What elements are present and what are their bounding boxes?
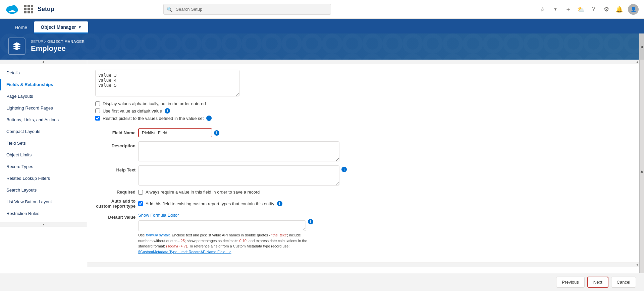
default-value-field: Show Formula Editor i Use formula syntax…: [138, 213, 313, 254]
previous-button[interactable]: Previous: [556, 277, 585, 283]
layers-icon: [12, 42, 21, 51]
apps-menu-icon[interactable]: [24, 5, 34, 13]
main-layout: ▲ Details Fields & Relationships Page La…: [0, 60, 644, 283]
tab-dropdown-arrow[interactable]: ▼: [78, 25, 82, 29]
bell-icon[interactable]: 🔔: [615, 5, 623, 13]
picklist-values-section: Value 3 Value 4 Value 5: [87, 64, 639, 98]
restrict-picklist-checkbox[interactable]: [95, 116, 100, 121]
sidebar-item-related-lookup-filters[interactable]: Related Lookup Filters: [0, 172, 87, 184]
help-text-textarea[interactable]: [138, 165, 339, 186]
sidebar-item-list-view-button-layout[interactable]: List View Button Layout: [0, 196, 87, 208]
picklist-checkboxes-section: Display values alphabetically, not in th…: [87, 98, 639, 124]
sidebar-scroll-down[interactable]: ▼: [0, 222, 87, 227]
sidebar-scroll-up[interactable]: ▲: [0, 60, 87, 64]
display-alphabetically-checkbox[interactable]: [95, 101, 100, 106]
formula-hint-text: Use formula syntax. Enclose text and pic…: [138, 232, 313, 254]
sidebar-item-page-layouts[interactable]: Page Layouts: [0, 90, 87, 102]
sidebar-item-restriction-rules[interactable]: Restriction Rules: [0, 208, 87, 219]
tab-object-manager[interactable]: Object Manager ▼: [34, 21, 88, 33]
user-avatar[interactable]: 👤: [628, 4, 639, 15]
tab-home[interactable]: Home: [8, 21, 34, 33]
salesforce-logo: ☁: [5, 3, 19, 16]
custom-metadata-link[interactable]: $CustomMetadata.Type__mdt.RecordAPIName.…: [138, 250, 231, 254]
auto-add-row: Auto add to custom report type Add this …: [95, 199, 631, 209]
tab-bar: Home Object Manager ▼: [0, 19, 644, 33]
show-formula-editor-link[interactable]: Show Formula Editor: [138, 213, 179, 218]
footer-bar: Previous Next Cancel: [0, 273, 644, 283]
field-name-field: i: [138, 128, 219, 137]
star-icon[interactable]: ☆: [539, 5, 547, 13]
default-value-info-icon[interactable]: i: [308, 219, 313, 224]
sidebar-item-record-types[interactable]: Record Types: [0, 161, 87, 172]
required-checkbox-row: Always require a value in this field in …: [138, 190, 260, 195]
field-name-input[interactable]: [138, 128, 212, 137]
sidebar-item-search-layouts[interactable]: Search Layouts: [0, 184, 87, 196]
auto-add-checkbox[interactable]: [138, 201, 143, 206]
restrict-picklist-row: Restrict picklist to the values defined …: [95, 116, 631, 121]
content-scroll-top[interactable]: ▲: [87, 60, 639, 64]
object-header: SETUP > OBJECT MANAGER Employee ◀: [0, 33, 644, 60]
help-text-info-icon[interactable]: i: [341, 167, 347, 172]
field-name-row: Field Name i: [95, 128, 631, 137]
required-label: Required: [95, 190, 136, 195]
search-input[interactable]: [163, 4, 331, 15]
svg-point-3: [13, 8, 18, 12]
required-row: Required Always require a value in this …: [95, 190, 631, 195]
add-icon[interactable]: ＋: [564, 5, 572, 13]
field-name-label: Field Name: [95, 130, 136, 135]
cloud-setup-icon[interactable]: ⛅: [577, 5, 585, 13]
next-button[interactable]: Next: [587, 277, 608, 283]
header-collapse-btn[interactable]: ◀: [639, 33, 644, 60]
search-container: 🔍: [163, 4, 331, 15]
auto-add-info-icon[interactable]: i: [277, 201, 282, 206]
sidebar-item-object-limits[interactable]: Object Limits: [0, 149, 87, 161]
display-alphabetically-label: Display values alphabetically, not in th…: [103, 101, 206, 106]
svg-text:☁: ☁: [11, 8, 14, 12]
object-icon: [8, 38, 25, 55]
auto-add-checkbox-row: Add this field to existing custom report…: [138, 201, 282, 206]
content-area: ▲ Value 3 Value 4 Value 5 Display values…: [87, 60, 639, 283]
use-first-value-label: Use first value as default value: [103, 108, 162, 114]
app-name-label: Setup: [38, 6, 54, 13]
form-fields-section: Field Name i Description Help Text i: [87, 124, 639, 263]
search-icon: 🔍: [167, 7, 172, 12]
use-first-value-checkbox[interactable]: [95, 108, 100, 113]
default-value-row: Default Value Show Formula Editor i Use …: [95, 213, 631, 254]
default-value-textarea-container: i: [138, 219, 313, 231]
gear-icon[interactable]: ⚙: [602, 5, 610, 13]
description-row: Description: [95, 141, 631, 161]
sidebar: ▲ Details Fields & Relationships Page La…: [0, 60, 87, 283]
auto-add-checkbox-label: Add this field to existing custom report…: [146, 201, 274, 206]
sidebar-item-details[interactable]: Details: [0, 67, 87, 79]
help-icon[interactable]: ?: [590, 5, 598, 13]
top-navigation: ☁ Setup 🔍 ☆ ▼ ＋ ⛅ ? ⚙ 🔔 👤: [0, 0, 644, 19]
restrict-picklist-info-icon[interactable]: i: [206, 116, 212, 121]
formula-syntax-link[interactable]: formula syntax.: [146, 233, 171, 237]
help-text-row: Help Text i: [95, 165, 631, 186]
picklist-values-textarea[interactable]: Value 3 Value 4 Value 5: [95, 70, 239, 96]
sidebar-item-lightning-record-pages[interactable]: Lightning Record Pages: [0, 102, 87, 114]
sidebar-item-fields-relationships[interactable]: Fields & Relationships: [0, 79, 87, 90]
sidebar-item-compact-layouts[interactable]: Compact Layouts: [0, 126, 87, 137]
use-first-value-info-icon[interactable]: i: [165, 108, 170, 114]
sidebar-item-field-sets[interactable]: Field Sets: [0, 137, 87, 149]
auto-add-label: Auto add to custom report type: [95, 199, 136, 209]
required-checkbox[interactable]: [138, 190, 143, 195]
breadcrumb-object-manager-link[interactable]: OBJECT MANAGER: [47, 40, 85, 44]
right-panel-collapse-btn[interactable]: ◀: [639, 60, 644, 283]
restrict-picklist-label: Restrict picklist to the values defined …: [103, 116, 204, 121]
breadcrumb: SETUP > OBJECT MANAGER: [31, 40, 85, 44]
default-value-textarea[interactable]: [138, 220, 306, 231]
description-label: Description: [95, 141, 136, 148]
description-textarea[interactable]: [138, 141, 339, 161]
help-text-label: Help Text: [95, 165, 136, 172]
dropdown-icon[interactable]: ▼: [551, 5, 559, 13]
help-text-field: i: [138, 165, 347, 186]
content-scroll-bottom[interactable]: ▼: [87, 263, 639, 267]
sidebar-nav: Details Fields & Relationships Page Layo…: [0, 64, 87, 222]
object-header-text: SETUP > OBJECT MANAGER Employee: [31, 40, 85, 53]
field-name-info-icon[interactable]: i: [214, 130, 219, 136]
cancel-button[interactable]: Cancel: [611, 277, 636, 283]
default-value-label: Default Value: [95, 213, 136, 220]
sidebar-item-buttons-links-actions[interactable]: Buttons, Links, and Actions: [0, 114, 87, 126]
